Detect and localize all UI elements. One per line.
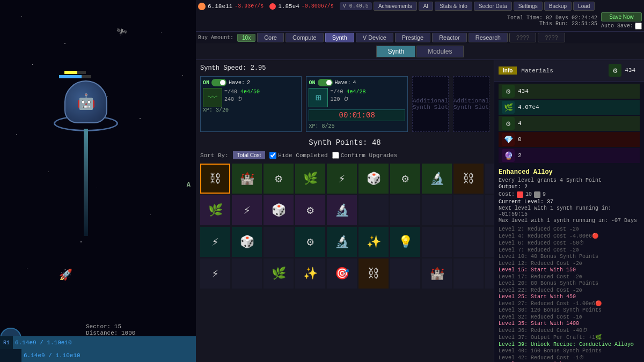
settings-button[interactable]: Settings — [514, 2, 543, 11]
synth-item-gear-1[interactable]: ⚙ — [264, 164, 294, 194]
synth-points-label: Synth Points: — [309, 138, 367, 147]
tooltip-cost-row: Cost: 10 9 — [499, 191, 640, 198]
confirm-upgrades-checkbox[interactable] — [332, 152, 339, 159]
synth-item-castle-2[interactable]: 🏰 — [422, 258, 452, 289]
slot1-xp: XP: 3/20 — [203, 107, 299, 113]
synth-item-gear-3[interactable]: ⚙ — [295, 195, 325, 225]
tab-unknown1[interactable]: ???? — [509, 33, 536, 42]
level-25: Level 25: Start With 450 — [499, 294, 640, 300]
bottom-spacer — [0, 349, 21, 362]
synth-item-castle[interactable]: 🏰 — [232, 164, 262, 194]
synth-item-empty-2 — [358, 195, 389, 225]
sector-data-button[interactable]: Sector Data — [474, 2, 512, 11]
synth-item-flask-3[interactable]: 🔬 — [327, 227, 357, 257]
synth-item-flask-1[interactable]: 🔬 — [422, 164, 452, 194]
level-37: Level 37: Output Per Craft: +1🌿 — [499, 334, 640, 341]
tooltip-cost-2: 9 — [543, 191, 546, 197]
tab-compute[interactable]: Compute — [286, 33, 324, 42]
level-35: Level 35: Start With 1400 — [499, 321, 640, 327]
hide-completed-checkbox[interactable] — [269, 152, 276, 159]
synth-item-bolt-3[interactable]: ⚡ — [200, 227, 230, 257]
synth-item-empty-5 — [453, 195, 484, 225]
sector-info: Sector: 15 Distance: 1000 — [86, 323, 135, 336]
sort-total-cost-button[interactable]: Total Cost — [233, 151, 265, 159]
tooltip-max-level: Max level with 1 synth running in: -07 D… — [499, 218, 640, 224]
synth-item-chain-2[interactable]: ⛓ — [453, 164, 484, 194]
slot2-icon[interactable]: ⊞ — [309, 88, 328, 107]
synth-points-value: 48 — [372, 138, 381, 147]
sort-label: Sort By: — [200, 152, 229, 159]
materials-list: ⚙ 434 — [604, 62, 640, 79]
ai-button[interactable]: AI — [419, 2, 433, 11]
synth-item-bolt-1[interactable]: ⚡ — [327, 164, 357, 194]
synth-upgrade-grid: ⛓ 🏰 ⚙ 🌿 ⚡ 🎲 ⚙ 🔬 ⛓ 🌿 ⚡ 🎲 ⚙ 🔬 — [200, 164, 489, 289]
synth-item-bolt-4[interactable]: ⚡ — [200, 258, 230, 289]
autosave-checkbox[interactable] — [635, 23, 642, 29]
synth-content-area: Synth Speed: 2.95 ON Have: 2 〰 — [196, 60, 494, 362]
level-30: Level 30: 120 Bonus Synth Points — [499, 307, 640, 313]
ship-tail — [84, 129, 88, 236]
level-2: Level 2: Reduced Cost -2⚙ — [499, 226, 640, 232]
hide-completed-label[interactable]: Hide Completed — [269, 152, 327, 159]
autosave-label: Auto Save: — [601, 23, 633, 29]
synth-item-dice-3[interactable]: 🎲 — [232, 227, 262, 257]
sort-controls: Sort By: Total Cost Hide Completed Confi… — [200, 151, 489, 159]
tooltip-output: Output: 2 — [499, 184, 640, 190]
synth-item-flask-2[interactable]: 🔬 — [327, 195, 357, 225]
synth-item-target[interactable]: 🎯 — [327, 258, 357, 289]
distance-label: Distance: 1000 — [86, 330, 135, 336]
tab-unknown2[interactable]: ???? — [538, 33, 565, 42]
synth-item-chain-selected[interactable]: ⛓ — [200, 164, 230, 194]
info-button[interactable]: Info — [499, 67, 517, 75]
synth-item-gear-2[interactable]: ⚙ — [390, 164, 420, 194]
tooltip-cost-1: 10 — [525, 191, 532, 197]
synth-item-dice-1[interactable]: 🎲 — [358, 164, 389, 194]
slot2-xp: XP: 8/25 — [309, 123, 405, 129]
game-view-panel: 🛰 🤖 🚀 A Sector: 15 Distance: 1000 40.3 R… — [0, 0, 196, 362]
slot2-toggle[interactable] — [318, 79, 333, 86]
synth-item-bulb[interactable]: 💡 — [390, 227, 420, 257]
synth-item-sparkle[interactable]: ✨ — [358, 227, 389, 257]
synth-speed-label: Synth Speed: — [200, 64, 246, 72]
buy-amount-button[interactable]: 10x — [237, 34, 255, 42]
stats-info-button[interactable]: Stats & Info — [435, 2, 472, 11]
synth-item-gear-4[interactable]: ⚙ — [295, 227, 325, 257]
tab-synth[interactable]: Synth — [325, 33, 354, 42]
achievements-button[interactable]: Achievements — [374, 2, 417, 11]
synth-tab-synth[interactable]: Synth — [376, 46, 415, 57]
synth-item-leaf-3[interactable]: 🌿 — [264, 258, 294, 289]
version-badge: V 0.40.5 — [340, 2, 372, 10]
synth-item-bolt-2[interactable]: ⚡ — [232, 195, 262, 225]
tab-core[interactable]: Core — [257, 33, 284, 42]
level-10: Level 10: 40 Bonus Synth Points — [499, 254, 640, 260]
slot1-timer-stat: 240 ⏱ — [224, 96, 260, 102]
tab-research[interactable]: Research — [469, 33, 508, 42]
confirm-upgrades-label[interactable]: Confirm Upgrades — [332, 152, 398, 159]
resource-2-display: 1.85e4 -0.30067/s — [269, 3, 334, 10]
materials-label: Materials — [521, 68, 553, 74]
synth-tab-modules[interactable]: Modules — [416, 46, 463, 57]
save-now-button[interactable]: Save Now — [601, 12, 642, 21]
tab-prestige[interactable]: Prestige — [395, 33, 430, 42]
synth-item-leaf-1[interactable]: 🌿 — [295, 164, 325, 194]
resource-1-display: 6.18e11 -3.93e7/s — [198, 3, 264, 10]
tab-vdevice[interactable]: V Device — [356, 33, 393, 42]
synth-slot-1: ON Have: 2 〰 =/40 4e4/50 — [200, 76, 302, 132]
total-time: Total Time: 02 Days 02:24:42 — [507, 15, 597, 21]
synth-speed-display: Synth Speed: 2.95 — [200, 64, 489, 72]
synth-item-star[interactable]: ✨ — [295, 258, 325, 289]
synth-item-empty-12 — [390, 258, 420, 289]
tab-reactor[interactable]: Reactor — [432, 33, 467, 42]
mat-4-icon: 💎 — [502, 133, 515, 146]
slot1-icon[interactable]: 〰 — [203, 88, 222, 107]
synth-item-chain-3[interactable]: ⛓ — [358, 258, 389, 289]
synth-item-leaf-2[interactable]: 🌿 — [200, 195, 230, 225]
load-button[interactable]: Load — [573, 2, 595, 11]
slot1-stats: =/40 4e4/50 — [224, 89, 260, 95]
slot1-toggle[interactable] — [211, 79, 226, 86]
synth-item-dice-2[interactable]: 🎲 — [264, 195, 294, 225]
additional-slot-2-label: Additional Synth Slot — [453, 98, 489, 110]
mat-1-val: 434 — [518, 88, 529, 94]
resource-val-2: 6.14e9 / 1.10e10 — [24, 352, 80, 359]
backup-button[interactable]: Backup — [544, 2, 572, 11]
